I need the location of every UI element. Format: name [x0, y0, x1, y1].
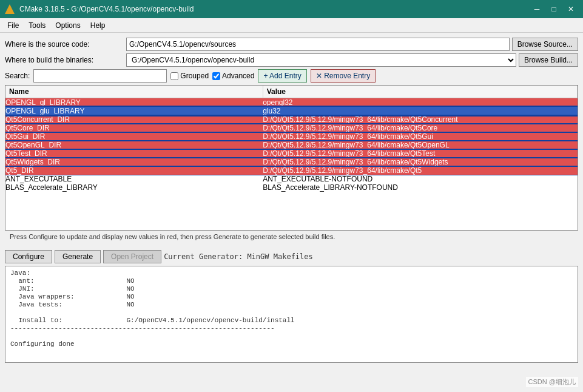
col-name: Name — [5, 86, 263, 98]
output-line — [10, 309, 573, 316]
menu-bar: File Tools Options Help — [0, 18, 583, 33]
cell-name: Qt5Test_DIR — [5, 149, 263, 158]
cell-value: glu32 — [263, 107, 577, 115]
remove-entry-button[interactable]: ✕ Remove Entry — [311, 69, 376, 83]
menu-help[interactable]: Help — [86, 20, 110, 31]
cell-name: ANT_EXECUTABLE — [5, 175, 263, 183]
grouped-label: Grouped — [180, 72, 209, 80]
output-line: JNI: NO — [10, 285, 573, 292]
watermark: CSDN @细泡儿 — [526, 377, 578, 387]
advanced-label: Advanced — [222, 72, 254, 80]
cell-value: D:/Qt/Qt5.12.9/5.12.9/mingw73_64/lib/cma… — [263, 124, 577, 132]
table-row[interactable]: Qt5_DIRD:/Qt/Qt5.12.9/5.12.9/mingw73_64/… — [5, 166, 578, 175]
build-row: Where to build the binaries: G:/OpenCV4.… — [5, 53, 578, 67]
output-line: Java tests: NO — [10, 301, 573, 308]
source-label: Where is the source code: — [5, 40, 126, 49]
build-label: Where to build the binaries: — [5, 56, 126, 64]
cell-name: Qt5_DIR — [5, 166, 263, 175]
table-row[interactable]: ANT_EXECUTABLEANT_EXECUTABLE-NOTFOUND — [5, 175, 578, 183]
status-text: Press Configure to update and display ne… — [10, 233, 335, 240]
cell-value: D:/Qt/Qt5.12.9/5.12.9/mingw73_64/lib/cma… — [263, 166, 577, 175]
entries-table: Name Value OPENGL_gl_LIBRARYopengl32OPEN… — [5, 86, 578, 192]
minimize-button[interactable]: ─ — [530, 3, 544, 15]
title-bar-left: CMake 3.18.5 - G:/OpenCV4.5.1/opencv/ope… — [5, 4, 194, 14]
cell-name: Qt5Core_DIR — [5, 124, 263, 132]
cell-value: opengl32 — [263, 98, 577, 107]
maximize-button[interactable]: □ — [547, 3, 561, 15]
title-bar-controls: ─ □ ✕ — [530, 3, 578, 15]
open-project-button[interactable]: Open Project — [103, 250, 161, 263]
close-button[interactable]: ✕ — [564, 3, 578, 15]
table-row[interactable]: OPENGL_glu_LIBRARYglu32 — [5, 107, 578, 115]
generate-button[interactable]: Generate — [55, 250, 101, 263]
output-line: Configuring done — [10, 340, 573, 348]
status-bar: Press Configure to update and display ne… — [5, 231, 578, 243]
generator-text: Current Generator: MinGW Makefiles — [164, 252, 313, 261]
source-input[interactable] — [126, 38, 510, 51]
title-bar-title: CMake 3.18.5 - G:/OpenCV4.5.1/opencv/ope… — [19, 5, 194, 13]
menu-options[interactable]: Options — [50, 20, 85, 31]
search-input[interactable] — [33, 69, 167, 83]
output-panel[interactable]: Java: ant: NO JNI: NO Java wrappers: NO … — [5, 266, 578, 363]
output-line: ----------------------------------------… — [10, 325, 573, 332]
app-icon — [5, 4, 15, 14]
output-line: ant: NO — [10, 277, 573, 285]
cell-name: Qt5OpenGL_DIR — [5, 141, 263, 149]
table-container[interactable]: Name Value OPENGL_gl_LIBRARYopengl32OPEN… — [5, 85, 578, 231]
browse-source-button[interactable]: Browse Source... — [512, 38, 578, 51]
col-value: Value — [263, 86, 577, 98]
output-line: Install to: G:/OpenCV4.5.1/opencv/opencv… — [10, 317, 573, 324]
menu-file[interactable]: File — [2, 20, 24, 31]
table-body: OPENGL_gl_LIBRARYopengl32OPENGL_glu_LIBR… — [5, 98, 578, 192]
output-line: Java: — [10, 269, 573, 277]
cell-name: OPENGL_gl_LIBRARY — [5, 98, 263, 107]
add-entry-button[interactable]: + Add Entry — [258, 69, 306, 83]
configure-button[interactable]: Configure — [5, 250, 52, 263]
table-row[interactable]: Qt5Gui_DIRD:/Qt/Qt5.12.9/5.12.9/mingw73_… — [5, 132, 578, 141]
main-content: Where is the source code: Browse Source.… — [0, 33, 583, 248]
cell-name: OPENGL_glu_LIBRARY — [5, 107, 263, 115]
cell-value: D:/Qt/Qt5.12.9/5.12.9/mingw73_64/lib/cma… — [263, 149, 577, 158]
cell-value: D:/Qt/Qt5.12.9/5.12.9/mingw73_64/lib/cma… — [263, 141, 577, 149]
cell-value: D:/Qt/Qt5.12.9/5.12.9/mingw73_64/lib/cma… — [263, 132, 577, 141]
cell-value: ANT_EXECUTABLE-NOTFOUND — [263, 175, 577, 183]
table-row[interactable]: Qt5OpenGL_DIRD:/Qt/Qt5.12.9/5.12.9/mingw… — [5, 141, 578, 149]
search-row: Search: Grouped Advanced + Add Entry ✕ R… — [5, 69, 578, 83]
table-row[interactable]: BLAS_Accelerate_LIBRARYBLAS_Accelerate_L… — [5, 183, 578, 192]
table-wrapper: Name Value OPENGL_gl_LIBRARYopengl32OPEN… — [5, 85, 578, 231]
advanced-checkbox-label[interactable]: Advanced — [212, 72, 254, 80]
table-row[interactable]: Qt5Concurrent_DIRD:/Qt/Qt5.12.9/5.12.9/m… — [5, 115, 578, 124]
search-label: Search: — [5, 72, 30, 80]
table-row[interactable]: Qt5Core_DIRD:/Qt/Qt5.12.9/5.12.9/mingw73… — [5, 124, 578, 132]
title-bar: CMake 3.18.5 - G:/OpenCV4.5.1/opencv/ope… — [0, 0, 583, 18]
grouped-checkbox[interactable] — [170, 72, 178, 80]
output-line — [10, 333, 573, 340]
source-row: Where is the source code: Browse Source.… — [5, 38, 578, 51]
table-row[interactable]: OPENGL_gl_LIBRARYopengl32 — [5, 98, 578, 107]
cell-name: Qt5Widgets_DIR — [5, 158, 263, 166]
cell-name: BLAS_Accelerate_LIBRARY — [5, 183, 263, 192]
cell-value: BLAS_Accelerate_LIBRARY-NOTFOUND — [263, 183, 577, 192]
grouped-checkbox-label[interactable]: Grouped — [170, 72, 209, 80]
build-select[interactable]: G:/OpenCV4.5.1/opencv/opencv-build — [126, 53, 516, 67]
table-row[interactable]: Qt5Widgets_DIRD:/Qt/Qt5.12.9/5.12.9/ming… — [5, 158, 578, 166]
browse-build-button[interactable]: Browse Build... — [519, 53, 578, 67]
action-row: Configure Generate Open Project Current … — [0, 248, 583, 266]
output-line: Java wrappers: NO — [10, 293, 573, 300]
cell-name: Qt5Gui_DIR — [5, 132, 263, 141]
advanced-checkbox[interactable] — [212, 72, 220, 80]
cell-name: Qt5Concurrent_DIR — [5, 115, 263, 124]
table-header: Name Value — [5, 86, 578, 98]
cell-value: D:/Qt/Qt5.12.9/5.12.9/mingw73_64/lib/cma… — [263, 158, 577, 166]
table-row[interactable]: Qt5Test_DIRD:/Qt/Qt5.12.9/5.12.9/mingw73… — [5, 149, 578, 158]
menu-tools[interactable]: Tools — [24, 20, 50, 31]
cell-value: D:/Qt/Qt5.12.9/5.12.9/mingw73_64/lib/cma… — [263, 115, 577, 124]
